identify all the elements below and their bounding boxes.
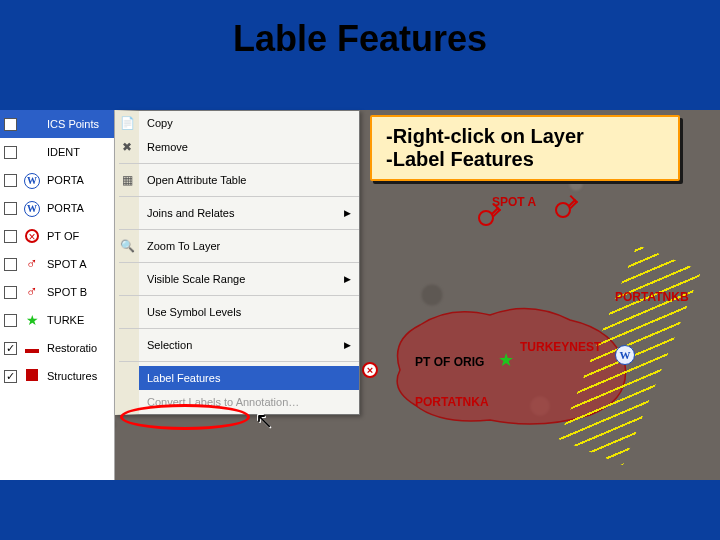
menu-item-icon: ✖: [119, 140, 135, 154]
toc-label: PT OF: [47, 230, 114, 242]
layer-symbol-icon: W: [23, 199, 41, 217]
menu-item: Convert Labels to Annotation…: [139, 390, 359, 414]
checkbox-icon[interactable]: [4, 174, 17, 187]
toc-label: TURKE: [47, 314, 114, 326]
menu-separator: [119, 328, 359, 329]
toc-row[interactable]: ✓Structures: [0, 362, 114, 390]
bottom-bar: [0, 480, 720, 540]
checkbox-icon[interactable]: [4, 258, 17, 271]
checkbox-icon[interactable]: [4, 230, 17, 243]
menu-item[interactable]: Selection▶: [139, 333, 359, 357]
layer-symbol-icon: ♂: [23, 283, 41, 301]
layer-symbol-icon: ♂: [23, 255, 41, 273]
layer-symbol-icon: ×: [23, 228, 41, 244]
menu-item[interactable]: 🔍Zoom To Layer: [139, 234, 359, 258]
toc-row[interactable]: ♂SPOT B: [0, 278, 114, 306]
toc-label: SPOT A: [47, 258, 114, 270]
checkbox-icon[interactable]: ✓: [4, 118, 17, 131]
checkbox-icon[interactable]: [4, 286, 17, 299]
toc-row[interactable]: ♂SPOT A: [0, 250, 114, 278]
menu-item-label: Convert Labels to Annotation…: [147, 396, 299, 408]
menu-item-label: Use Symbol Levels: [147, 306, 241, 318]
callout-line-1: -Right-click on Layer: [386, 125, 664, 148]
submenu-arrow-icon: ▶: [344, 208, 351, 218]
male-symbol-icon: [478, 210, 494, 226]
menu-item[interactable]: Label Features: [139, 366, 359, 390]
toc-row[interactable]: ★TURKE: [0, 306, 114, 334]
callout-line-2: -Label Features: [386, 148, 664, 171]
toc-row[interactable]: IDENT: [0, 138, 114, 166]
menu-item-icon: ▦: [119, 173, 135, 187]
toc-label: ICS Points: [47, 118, 114, 130]
context-menu: 📄Copy✖Remove▦Open Attribute TableJoins a…: [115, 110, 360, 415]
label-portatnkb: PORTATNKB: [615, 290, 689, 304]
menu-item[interactable]: Joins and Relates▶: [139, 201, 359, 225]
x-circle-icon: ×: [362, 362, 378, 378]
toc-label: SPOT B: [47, 286, 114, 298]
submenu-arrow-icon: ▶: [344, 274, 351, 284]
toc-row[interactable]: WPORTA: [0, 166, 114, 194]
layer-symbol-icon: [23, 368, 41, 384]
toc-label: Restoratio: [47, 342, 114, 354]
toc-label: PORTA: [47, 202, 114, 214]
menu-item-icon: 🔍: [119, 239, 135, 253]
toc-panel: ✓ICS PointsIDENTWPORTAWPORTA×PT OF♂SPOT …: [0, 110, 115, 480]
menu-item[interactable]: Visible Scale Range▶: [139, 267, 359, 291]
slide-title: Lable Features: [0, 18, 720, 60]
menu-separator: [119, 295, 359, 296]
submenu-arrow-icon: ▶: [344, 340, 351, 350]
toc-row[interactable]: ✓ICS Points: [0, 110, 114, 138]
male-symbol-icon: [555, 202, 571, 218]
menu-item-label: Open Attribute Table: [147, 174, 246, 186]
toc-row[interactable]: WPORTA: [0, 194, 114, 222]
layer-symbol-icon: W: [23, 171, 41, 189]
menu-separator: [119, 196, 359, 197]
layer-symbol-icon: [23, 340, 41, 356]
checkbox-icon[interactable]: [4, 146, 17, 159]
menu-separator: [119, 229, 359, 230]
checkbox-icon[interactable]: [4, 202, 17, 215]
menu-item[interactable]: Use Symbol Levels: [139, 300, 359, 324]
instruction-callout: -Right-click on Layer -Label Features: [370, 115, 680, 181]
label-portatnka: PORTATNKA: [415, 395, 489, 409]
menu-item-label: Copy: [147, 117, 173, 129]
checkbox-icon[interactable]: [4, 314, 17, 327]
star-icon: ★: [498, 349, 514, 371]
menu-item-label: Remove: [147, 141, 188, 153]
toc-label: PORTA: [47, 174, 114, 186]
checkbox-icon[interactable]: ✓: [4, 370, 17, 383]
label-pt-of-orig: PT OF ORIG: [415, 355, 484, 369]
menu-item[interactable]: ▦Open Attribute Table: [139, 168, 359, 192]
toc-label: Structures: [47, 370, 114, 382]
menu-item-label: Selection: [147, 339, 192, 351]
menu-item-label: Joins and Relates: [147, 207, 234, 219]
w-circle-icon: W: [615, 345, 635, 365]
checkbox-icon[interactable]: ✓: [4, 342, 17, 355]
layer-symbol-icon: ★: [23, 312, 41, 328]
toc-row[interactable]: ✓Restoratio: [0, 334, 114, 362]
menu-item-label: Visible Scale Range: [147, 273, 245, 285]
menu-separator: [119, 262, 359, 263]
menu-item[interactable]: 📄Copy: [139, 111, 359, 135]
menu-item-icon: 📄: [119, 116, 135, 130]
toc-label: IDENT: [47, 146, 114, 158]
menu-separator: [119, 361, 359, 362]
menu-item[interactable]: ✖Remove: [139, 135, 359, 159]
label-turkeynest: TURKEYNEST: [520, 340, 601, 354]
toc-row[interactable]: ×PT OF: [0, 222, 114, 250]
mouse-cursor-icon: ↖: [255, 408, 273, 434]
menu-separator: [119, 163, 359, 164]
menu-item-label: Zoom To Layer: [147, 240, 220, 252]
menu-item-label: Label Features: [147, 372, 220, 384]
